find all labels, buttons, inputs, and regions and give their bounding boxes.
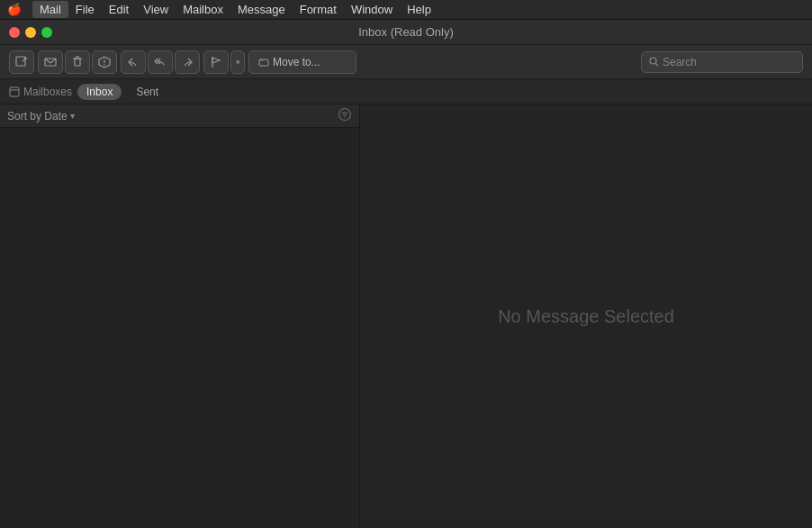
- menu-help[interactable]: Help: [400, 1, 438, 18]
- svg-line-14: [656, 64, 659, 67]
- content-area: Sort by Date ▾ No Message Selected: [0, 105, 812, 528]
- filter-icon[interactable]: [338, 107, 352, 124]
- apple-menu[interactable]: 🍎: [7, 3, 22, 16]
- new-message-button[interactable]: [9, 50, 34, 74]
- menu-message[interactable]: Message: [230, 1, 293, 18]
- svg-rect-5: [75, 59, 80, 66]
- menubar: 🍎 Mail File Edit View Mailbox Message Fo…: [0, 0, 812, 20]
- sort-bar: Sort by Date ▾: [0, 105, 359, 128]
- delete-button[interactable]: [65, 50, 90, 74]
- action-group: [38, 50, 117, 74]
- get-mail-button[interactable]: [38, 50, 63, 74]
- menu-file[interactable]: File: [68, 1, 102, 18]
- mailboxes-button[interactable]: Mailboxes: [9, 86, 72, 98]
- sort-by-date[interactable]: Sort by Date ▾: [7, 110, 75, 123]
- forward-button[interactable]: [175, 50, 200, 74]
- mailboxes-icon: [9, 86, 20, 97]
- titlebar: Inbox (Read Only): [0, 20, 812, 45]
- window-controls: [9, 27, 52, 38]
- sort-arrow-icon: ▾: [70, 111, 75, 121]
- search-placeholder: Search: [663, 56, 697, 68]
- svg-point-13: [650, 58, 656, 64]
- search-box[interactable]: Search: [641, 51, 803, 73]
- search-icon: [649, 57, 659, 67]
- menu-mailbox[interactable]: Mailbox: [176, 1, 230, 18]
- close-button[interactable]: [9, 27, 20, 38]
- reply-group: [121, 50, 200, 74]
- window-title: Inbox (Read Only): [358, 25, 454, 39]
- flag-group: ▾: [203, 50, 245, 74]
- menu-edit[interactable]: Edit: [102, 1, 136, 18]
- message-list: [0, 128, 359, 528]
- flag-button[interactable]: [203, 50, 229, 74]
- reply-all-button[interactable]: [148, 50, 173, 74]
- move-to-button[interactable]: Move to...: [248, 50, 356, 74]
- tab-sent[interactable]: Sent: [127, 84, 167, 100]
- flag-dropdown[interactable]: ▾: [230, 50, 245, 74]
- maximize-button[interactable]: [41, 27, 52, 38]
- svg-rect-15: [10, 87, 19, 96]
- junk-button[interactable]: [92, 50, 117, 74]
- menu-mail[interactable]: Mail: [32, 1, 68, 18]
- nav-area: Mailboxes Inbox Sent: [0, 79, 812, 105]
- menu-format[interactable]: Format: [293, 1, 344, 18]
- menu-window[interactable]: Window: [344, 1, 400, 18]
- svg-point-9: [104, 64, 105, 66]
- mailboxes-label: Mailboxes: [23, 86, 72, 98]
- left-panel: Sort by Date ▾: [0, 105, 360, 528]
- compose-group: [9, 50, 34, 74]
- svg-marker-11: [212, 58, 220, 63]
- no-message-selected: No Message Selected: [498, 306, 674, 327]
- tab-inbox[interactable]: Inbox: [77, 84, 122, 100]
- toolbar: ▾ Move to... Search: [0, 45, 812, 79]
- right-panel: No Message Selected: [360, 105, 812, 528]
- reply-button[interactable]: [121, 50, 146, 74]
- move-to-label: Move to...: [273, 56, 320, 68]
- minimize-button[interactable]: [25, 27, 36, 38]
- svg-rect-0: [16, 57, 25, 66]
- sort-label-text: Sort by Date: [7, 110, 68, 123]
- menu-view[interactable]: View: [136, 1, 176, 18]
